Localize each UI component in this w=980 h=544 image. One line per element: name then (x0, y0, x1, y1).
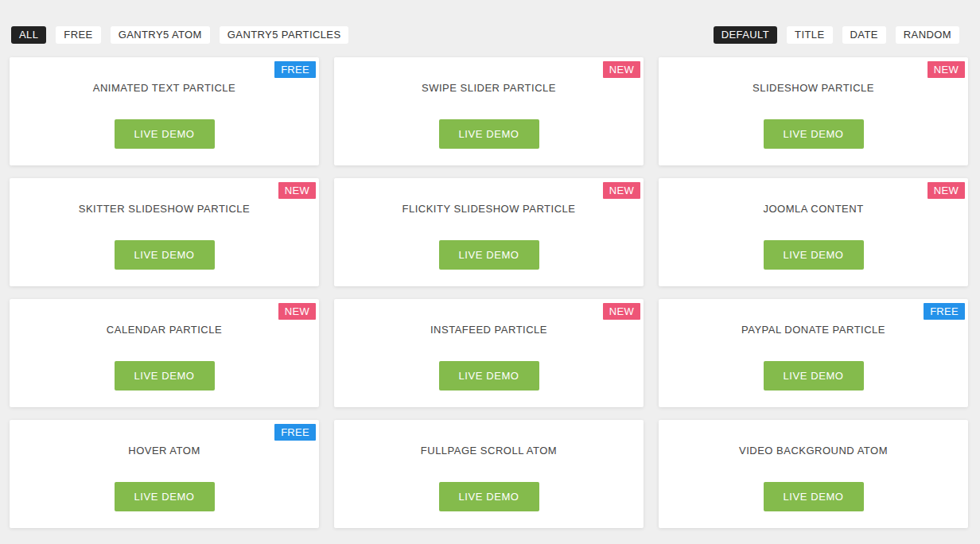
filter-gantry5-particles[interactable]: GANTRY5 PARTICLES (220, 26, 349, 44)
card-title: FLICKITY SLIDESHOW PARTICLE (402, 203, 576, 215)
card-badge: NEW (928, 61, 965, 78)
card-fullpage-scroll-atom: FULLPAGE SCROLL ATOM LIVE DEMO (334, 420, 644, 528)
card-skitter-slideshow-particle: NEW SKITTER SLIDESHOW PARTICLE LIVE DEMO (10, 178, 319, 286)
card-title: FULLPAGE SCROLL ATOM (421, 445, 557, 457)
card-swipe-slider-particle: NEW SWIPE SLIDER PARTICLE LIVE DEMO (334, 57, 644, 165)
card-title: CALENDAR PARTICLE (107, 324, 222, 336)
card-badge: NEW (603, 182, 640, 199)
live-demo-button[interactable]: LIVE DEMO (115, 240, 215, 270)
card-badge: NEW (278, 182, 316, 199)
card-paypal-donate-particle: FREE PAYPAL DONATE PARTICLE LIVE DEMO (659, 299, 968, 407)
live-demo-button[interactable]: LIVE DEMO (115, 119, 215, 149)
sort-filter-group: DEFAULTTITLEDATERANDOM (714, 26, 959, 44)
filter-all[interactable]: ALL (11, 26, 46, 44)
card-title: VIDEO BACKGROUND ATOM (739, 445, 888, 457)
live-demo-button[interactable]: LIVE DEMO (439, 119, 539, 149)
category-filter-group: ALLFREEGANTRY5 ATOMGANTRY5 PARTICLES (11, 26, 348, 44)
card-title: PAYPAL DONATE PARTICLE (741, 324, 885, 336)
card-title: SWIPE SLIDER PARTICLE (422, 82, 556, 94)
card-title: SLIDESHOW PARTICLE (752, 82, 874, 94)
live-demo-button[interactable]: LIVE DEMO (439, 482, 539, 511)
card-badge: NEW (278, 303, 316, 320)
sort-default[interactable]: DEFAULT (714, 26, 777, 44)
live-demo-button[interactable]: LIVE DEMO (764, 240, 864, 270)
live-demo-button[interactable]: LIVE DEMO (115, 361, 215, 391)
card-animated-text-particle: FREE ANIMATED TEXT PARTICLE LIVE DEMO (10, 57, 319, 165)
filter-free[interactable]: FREE (56, 26, 100, 44)
card-title: ANIMATED TEXT PARTICLE (93, 82, 236, 94)
filter-bar: ALLFREEGANTRY5 ATOMGANTRY5 PARTICLES DEF… (0, 0, 980, 44)
card-video-background-atom: VIDEO BACKGROUND ATOM LIVE DEMO (659, 420, 968, 528)
card-badge: NEW (603, 61, 640, 78)
live-demo-button[interactable]: LIVE DEMO (764, 361, 864, 391)
sort-random[interactable]: RANDOM (896, 26, 959, 44)
card-calendar-particle: NEW CALENDAR PARTICLE LIVE DEMO (10, 299, 319, 407)
card-badge: FREE (274, 61, 316, 78)
card-title: SKITTER SLIDESHOW PARTICLE (79, 203, 251, 215)
live-demo-button[interactable]: LIVE DEMO (764, 119, 864, 149)
live-demo-button[interactable]: LIVE DEMO (115, 482, 215, 511)
sort-date[interactable]: DATE (842, 26, 886, 44)
live-demo-button[interactable]: LIVE DEMO (439, 240, 539, 270)
card-title: JOOMLA CONTENT (763, 203, 863, 215)
particles-browser-page: ALLFREEGANTRY5 ATOMGANTRY5 PARTICLES DEF… (0, 0, 980, 528)
card-flickity-slideshow-particle: NEW FLICKITY SLIDESHOW PARTICLE LIVE DEM… (334, 178, 644, 286)
card-badge: FREE (274, 424, 316, 441)
card-badge: FREE (924, 303, 965, 320)
card-title: INSTAFEED PARTICLE (430, 324, 547, 336)
live-demo-button[interactable]: LIVE DEMO (439, 361, 539, 391)
card-hover-atom: FREE HOVER ATOM LIVE DEMO (10, 420, 319, 528)
filter-gantry5-atom[interactable]: GANTRY5 ATOM (111, 26, 210, 44)
card-title: HOVER ATOM (128, 445, 200, 457)
card-slideshow-particle: NEW SLIDESHOW PARTICLE LIVE DEMO (659, 57, 968, 165)
card-instafeed-particle: NEW INSTAFEED PARTICLE LIVE DEMO (334, 299, 644, 407)
card-joomla-content: NEW JOOMLA CONTENT LIVE DEMO (659, 178, 968, 286)
card-badge: NEW (603, 303, 640, 320)
sort-title[interactable]: TITLE (787, 26, 832, 44)
card-badge: NEW (928, 182, 965, 199)
card-grid: FREE ANIMATED TEXT PARTICLE LIVE DEMO NE… (0, 44, 980, 528)
live-demo-button[interactable]: LIVE DEMO (764, 482, 864, 511)
